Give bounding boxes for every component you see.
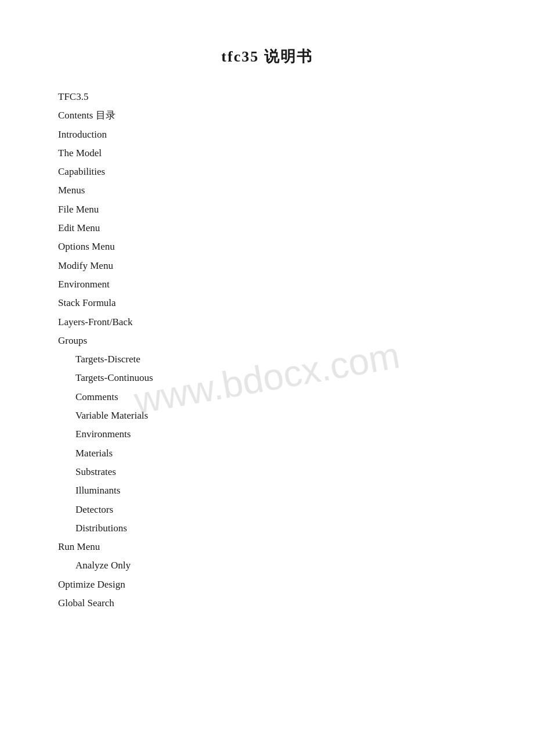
toc-entry: Global Search xyxy=(58,597,114,609)
toc-entry: Materials xyxy=(58,448,113,459)
toc-entry: Environment xyxy=(58,279,110,290)
toc-entry: Contents 目录 xyxy=(58,110,116,121)
list-item: Illuminants xyxy=(58,481,476,500)
list-item: Groups xyxy=(58,332,476,350)
list-item: Run Menu xyxy=(58,538,476,556)
toc-entry: Comments xyxy=(58,391,118,402)
toc-entry: Stack Formula xyxy=(58,297,116,308)
toc-entry: Run Menu xyxy=(58,541,100,552)
list-item: Global Search xyxy=(58,594,476,613)
list-item: Variable Materials xyxy=(58,406,476,425)
page-content: tfc35 说明书 TFC3.5Contents 目录IntroductionT… xyxy=(0,0,534,659)
list-item: Environment xyxy=(58,275,476,294)
list-item: Targets-Continuous xyxy=(58,369,476,387)
toc-entry: Optimize Design xyxy=(58,579,125,590)
list-item: Optimize Design xyxy=(58,575,476,594)
toc-entry: Analyze Only xyxy=(58,560,131,571)
toc-entry: Capabilities xyxy=(58,166,105,177)
list-item: Layers-Front/Back xyxy=(58,313,476,332)
list-item: Menus xyxy=(58,181,476,200)
list-item: TFC3.5 xyxy=(58,88,476,106)
list-item: Analyze Only xyxy=(58,556,476,575)
list-item: Contents 目录 xyxy=(58,106,476,125)
toc-entry: TFC3.5 xyxy=(58,91,88,102)
list-item: Detectors xyxy=(58,501,476,519)
toc-entry: Detectors xyxy=(58,504,113,515)
toc-entry: Layers-Front/Back xyxy=(58,316,132,327)
toc-entry: Options Menu xyxy=(58,241,115,252)
page-title: tfc35 说明书 xyxy=(58,46,476,67)
toc-entry: Targets-Continuous xyxy=(58,372,153,383)
toc-entry: The Model xyxy=(58,147,102,159)
list-item: Targets-Discrete xyxy=(58,350,476,369)
list-item: Edit Menu xyxy=(58,219,476,237)
toc-entry: Introduction xyxy=(58,129,107,140)
toc-entry: File Menu xyxy=(58,204,99,215)
list-item: Substrates xyxy=(58,463,476,481)
toc-entry: Menus xyxy=(58,185,85,196)
list-item: Comments xyxy=(58,388,476,406)
list-item: Options Menu xyxy=(58,237,476,256)
toc-entry: Environments xyxy=(58,429,131,440)
list-item: Modify Menu xyxy=(58,257,476,275)
list-item: The Model xyxy=(58,144,476,163)
list-item: Introduction xyxy=(58,125,476,144)
list-item: Materials xyxy=(58,444,476,463)
list-item: Distributions xyxy=(58,519,476,538)
toc-entry: Illuminants xyxy=(58,485,120,496)
toc-entry: Groups xyxy=(58,335,87,346)
toc-entry: Substrates xyxy=(58,466,116,477)
list-item: Environments xyxy=(58,425,476,444)
list-item: Stack Formula xyxy=(58,294,476,312)
toc-entry: Distributions xyxy=(58,523,127,534)
toc-entry: Modify Menu xyxy=(58,260,113,271)
list-item: Capabilities xyxy=(58,163,476,181)
toc-entry: Targets-Discrete xyxy=(58,354,140,365)
table-of-contents: TFC3.5Contents 目录IntroductionThe ModelCa… xyxy=(58,88,476,613)
list-item: File Menu xyxy=(58,200,476,219)
toc-entry: Edit Menu xyxy=(58,222,100,233)
toc-entry: Variable Materials xyxy=(58,410,148,421)
